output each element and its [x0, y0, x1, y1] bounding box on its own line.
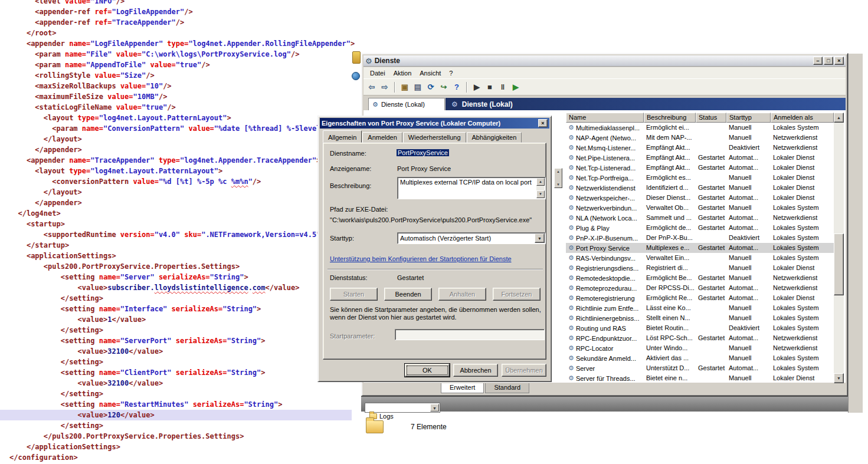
scroll-down-button[interactable]: ▼: [834, 373, 844, 383]
start-service-icon[interactable]: ▶: [471, 81, 483, 93]
display-name-value[interactable]: Port Proxy Service: [397, 165, 451, 172]
service-row[interactable]: ⚙Multimediaklassenpl...Ermöglicht ei...M…: [566, 123, 834, 133]
table-header: NameBeschreibungStatusStarttypAnmelden a…: [566, 113, 834, 123]
code-line: <setting name="ClientPort" serializeAs="…: [9, 367, 352, 378]
service-logon-cell: Lokales System: [771, 223, 834, 233]
scroll-up-button[interactable]: ▲: [536, 178, 545, 186]
service-row[interactable]: ⚙Netzwerkverbindun...Verwaltet Ob...Gest…: [566, 203, 834, 213]
forward-icon[interactable]: ⇨: [379, 81, 391, 93]
back-icon[interactable]: ⇦: [366, 81, 378, 93]
tab-anmelden[interactable]: Anmelden: [362, 132, 402, 143]
code-line: <conversionPattern value="%d [%t] %-5p %…: [9, 176, 352, 187]
menu-datei[interactable]: Datei: [366, 68, 389, 78]
service-starttype-cell: Manuell: [726, 343, 771, 353]
apply-button[interactable]: Übernehmen: [502, 364, 546, 377]
service-row[interactable]: ⚙Port Proxy ServiceMultiplexes e...Gesta…: [566, 243, 834, 253]
close-icon[interactable]: ×: [538, 119, 548, 127]
restart-service-icon[interactable]: ▶: [510, 81, 522, 93]
service-row[interactable]: ⚙Plug & PlayErmöglicht de...GestartetAut…: [566, 223, 834, 233]
help-icon[interactable]: ?: [451, 81, 463, 93]
stop-service-icon[interactable]: ■: [484, 81, 496, 93]
start-button[interactable]: Starten: [330, 288, 378, 301]
code-line: </configuration>: [9, 452, 352, 463]
ok-button[interactable]: OK: [405, 364, 450, 377]
list-view-icon[interactable]: ▤: [412, 81, 424, 93]
tab-abh-ngigkeiten[interactable]: Abhängigkeiten: [467, 132, 522, 143]
column-header-status[interactable]: Status: [696, 113, 726, 123]
service-row[interactable]: ⚙ServerUnterstützt D...GestartetAutomat.…: [566, 363, 834, 373]
column-header-beschreibung[interactable]: Beschreibung: [644, 113, 696, 123]
service-status-cell: [696, 133, 726, 143]
vertical-scrollbar[interactable]: ▲ ▼: [834, 113, 844, 383]
service-row[interactable]: ⚙Net.Tcp-Listenerad...Empfängt Akt...Ges…: [566, 163, 834, 173]
minimize-button[interactable]: –: [813, 57, 823, 65]
service-row[interactable]: ⚙Sekundäre Anmeld...Aktiviert das ...Man…: [566, 353, 834, 363]
pause-button[interactable]: Anhalten: [438, 288, 486, 301]
service-row[interactable]: ⚙Net.Pipe-Listenera...Empfängt Akt...Ges…: [566, 153, 834, 163]
column-header-starttyp[interactable]: Starttyp: [726, 113, 771, 123]
view-tab-standard[interactable]: Standard: [485, 383, 529, 393]
service-row[interactable]: ⚙Richtlinienergebniss...Stellt einen N..…: [566, 313, 834, 323]
start-params-input[interactable]: [395, 329, 545, 340]
scroll-down-button[interactable]: ▼: [536, 190, 545, 198]
service-row[interactable]: ⚙RPC-Endpunktzuor...Löst RPC-Sch...Gesta…: [566, 333, 834, 343]
view-tab-erweitert[interactable]: Erweitert: [441, 383, 484, 393]
service-row[interactable]: ⚙Netzwerkspeicher-...Dieser Dienst...Ges…: [566, 193, 834, 203]
chevron-down-icon[interactable]: ▼: [430, 404, 439, 412]
service-row[interactable]: ⚙Server für Threads...Bietet eine n...Ma…: [566, 373, 834, 381]
startup-type-dropdown[interactable]: Automatisch (Verzögerter Start) ▼: [397, 232, 546, 244]
service-name-cell: ⚙Server für Threads...: [566, 373, 644, 381]
menu-ansicht[interactable]: Ansicht: [415, 68, 445, 78]
service-name-value[interactable]: PortProxyService: [397, 149, 449, 156]
service-row[interactable]: ⚙Net.Msmq-Listener...Empfängt Akt...Deak…: [566, 143, 834, 153]
startup-options-help-link[interactable]: Unterstützung beim Konfigurieren der Sta…: [330, 255, 512, 262]
service-row[interactable]: ⚙Richtlinie zum Entfe...Lässt eine Ko...…: [566, 303, 834, 313]
menu-aktion[interactable]: Aktion: [389, 68, 416, 78]
chevron-down-icon[interactable]: ▼: [535, 233, 545, 243]
scrollbar-thumb[interactable]: [834, 233, 844, 295]
description-field[interactable]: Multiplexes external TCP/IP data on loca…: [397, 177, 546, 199]
explorer-combobox[interactable]: ▼: [365, 403, 440, 413]
window-titlebar[interactable]: ⚙ Dienste – □ ×: [363, 55, 846, 67]
menu-help[interactable]: ?: [445, 68, 457, 78]
service-row[interactable]: ⚙NAP-Agent (Netwo...Mit dem NAP-...Manue…: [566, 133, 834, 143]
service-row[interactable]: ⚙RemoteregistrierungErmöglicht Re...Gest…: [566, 293, 834, 303]
column-header-name[interactable]: Name: [566, 113, 644, 123]
service-row[interactable]: ⚙Remoteprozedurau...Der RPCSS-Di...Gesta…: [566, 283, 834, 293]
service-row[interactable]: ⚙NLA (Network Loca...Sammelt und ...Gest…: [566, 213, 834, 223]
service-status-cell: Gestartet: [696, 243, 726, 253]
description-scrollbar[interactable]: ▲ ▼: [536, 178, 545, 198]
service-row[interactable]: ⚙Net.Tcp-Portfreiga...Ermöglicht es...Ma…: [566, 173, 834, 183]
service-logon-cell: Netzwerkdienst: [771, 333, 834, 343]
service-row[interactable]: ⚙Routing und RASBietet Routin...Deaktivi…: [566, 323, 834, 333]
service-starttype-cell: Manuell: [726, 353, 771, 363]
service-description-cell: Empfängt Akt...: [644, 143, 696, 153]
close-button[interactable]: ×: [834, 57, 844, 65]
service-row[interactable]: ⚙PnP-X-IP-Busenum...Der PnP-X-Bu...Deakt…: [566, 233, 834, 243]
column-header-anmelden-als[interactable]: Anmelden als: [771, 113, 834, 123]
service-row[interactable]: ⚙Registrierungsdiens...Registriert di...…: [566, 263, 834, 273]
start-params-label: Startparameter:: [330, 333, 375, 340]
maximize-button[interactable]: □: [824, 57, 833, 65]
code-line: </setting>: [9, 325, 352, 335]
cancel-button[interactable]: Abbrechen: [453, 364, 498, 377]
export-list-icon[interactable]: ↪: [438, 81, 450, 93]
service-row[interactable]: ⚙RPC-LocatorUnter Windo...ManuellNetzwer…: [566, 343, 834, 353]
scroll-up-button[interactable]: ▲: [834, 113, 844, 123]
pause-service-icon[interactable]: ‖: [497, 81, 509, 93]
hidden-panel-scrollbar-fragment[interactable]: ▲ ▼: [554, 168, 562, 188]
refresh-icon[interactable]: ⟳: [425, 81, 437, 93]
console-node-tab[interactable]: ⚙ Dienste (Lokal): [368, 98, 445, 110]
service-row[interactable]: ⚙RAS-Verbindungsv...Verwaltet Ein...Manu…: [566, 253, 834, 263]
service-description-cell: Löst RPC-Sch...: [644, 333, 696, 343]
dialog-titlebar[interactable]: Eigenschaften von Port Proxy Service (Lo…: [320, 118, 549, 129]
service-logon-cell: Netzwerkdienst: [771, 143, 834, 153]
tab-wiederherstellung[interactable]: Wiederherstellung: [403, 132, 466, 143]
service-row[interactable]: ⚙Remotedesktopdie...Ermöglicht Be...Gest…: [566, 273, 834, 283]
service-row[interactable]: ⚙NetzwerklistendienstIdentifiziert d...G…: [566, 183, 834, 193]
tab-allgemein[interactable]: Allgemein: [323, 130, 362, 143]
stop-button[interactable]: Beenden: [384, 288, 432, 301]
service-description-cell: Verwaltet Ob...: [644, 203, 696, 213]
resume-button[interactable]: Fortsetzen: [493, 288, 541, 301]
show-tree-icon[interactable]: ▣: [399, 81, 411, 93]
